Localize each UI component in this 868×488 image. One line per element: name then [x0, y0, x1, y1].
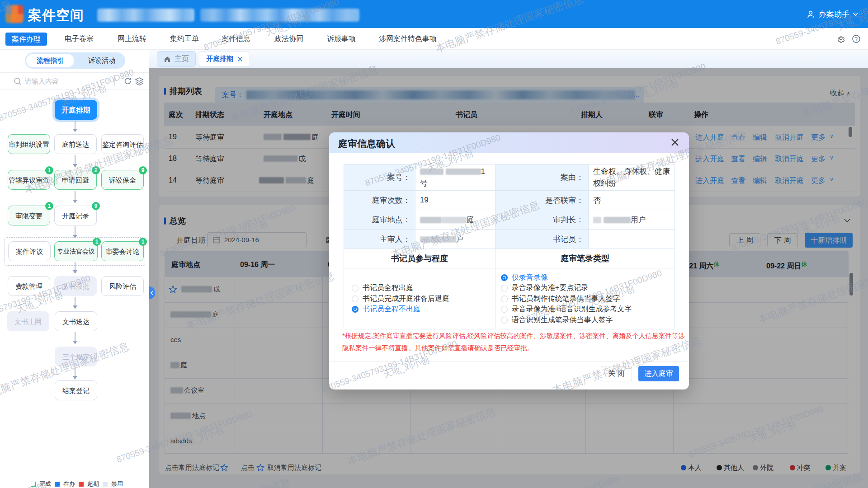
- svg-text:?: ?: [855, 36, 858, 42]
